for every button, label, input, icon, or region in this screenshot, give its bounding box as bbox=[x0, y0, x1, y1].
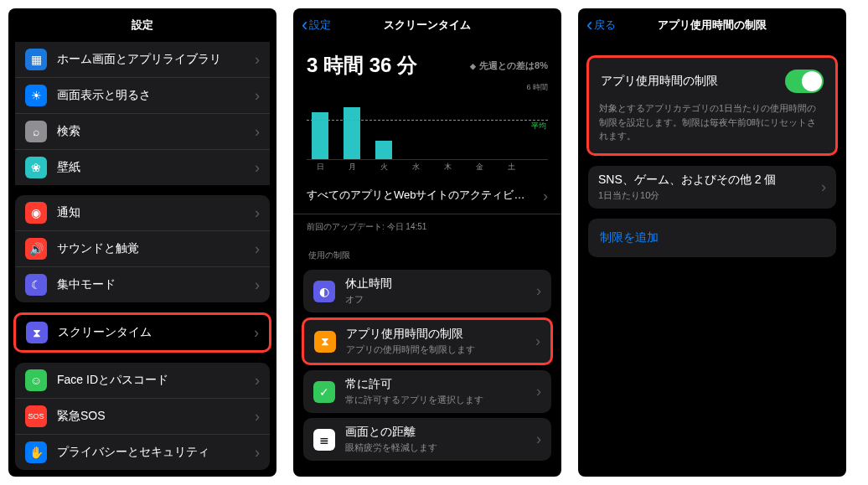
app-limits-toggle[interactable] bbox=[785, 70, 824, 93]
row-label: 検索 bbox=[57, 124, 255, 139]
row-label: ホーム画面とアプリライブラリ bbox=[57, 52, 255, 67]
chevron-right-icon bbox=[255, 276, 260, 294]
chevron-right-icon bbox=[255, 87, 260, 105]
chevron-right-icon bbox=[254, 324, 259, 342]
hand-icon: ✋ bbox=[25, 441, 47, 463]
settings-group: ☺Face IDとパスコードSOS緊急SOS✋プライバシーとセキュリティ bbox=[15, 363, 270, 470]
search-icon: ⌕ bbox=[25, 121, 47, 142]
last-update-label: 前回のアップデート: 今日 14:51 bbox=[293, 214, 561, 240]
chart-xlabel: 木 bbox=[439, 162, 456, 173]
row-sub: 眼精疲労を軽減します bbox=[345, 441, 536, 454]
settings-row[interactable]: ☾集中モード bbox=[15, 267, 270, 302]
switch-description: 対象とするアプリカテゴリの1日当たりの使用時間の制限を設定します。制限は毎夜午前… bbox=[589, 101, 835, 153]
limit-card: ✓常に許可常に許可するアプリを選択します bbox=[303, 370, 551, 413]
settings-row[interactable]: SOS緊急SOS bbox=[15, 399, 270, 435]
row-label: 通知 bbox=[57, 205, 255, 220]
app-limits-content[interactable]: アプリ使用時間の制限 対象とするアプリカテゴリの1日当たりの使用時間の制限を設定… bbox=[578, 42, 846, 477]
add-limit-button[interactable]: 制限を追加 bbox=[588, 219, 836, 257]
sos-icon: SOS bbox=[25, 405, 47, 427]
chart-area: 6 時間 平均 日月火水木金土 bbox=[293, 82, 561, 179]
grid-icon: ▦ bbox=[25, 49, 47, 70]
settings-content[interactable]: ▦ホーム画面とアプリライブラリ☀画面表示と明るさ⌕検索❀壁紙◉通知🔊サウンドと触… bbox=[8, 42, 276, 477]
chevron-right-icon bbox=[255, 372, 260, 390]
speaker-icon: 🔊 bbox=[25, 238, 47, 260]
add-limit-card: 制限を追加 bbox=[588, 219, 836, 257]
nav-bar: 設定 bbox=[8, 8, 276, 42]
row-sub: アプリの使用時間を制限します bbox=[346, 343, 535, 356]
row-label: スクリーンタイム bbox=[58, 325, 254, 340]
limit-item-label: SNS、ゲーム、およびその他 2 個 bbox=[598, 173, 821, 188]
settings-row[interactable]: ☀画面表示と明るさ bbox=[15, 78, 270, 114]
chart-xlabel: 土 bbox=[503, 162, 519, 173]
row-label: アプリ使用時間の制限 bbox=[346, 327, 535, 342]
settings-row[interactable]: 🔊サウンドと触覚 bbox=[15, 231, 270, 267]
limit-item-row[interactable]: SNS、ゲーム、およびその他 2 個 1日当たり10分 bbox=[588, 166, 836, 209]
row-label: 画面表示と明るさ bbox=[57, 88, 255, 103]
settings-row[interactable]: ☺Face IDとパスコード bbox=[15, 363, 270, 399]
app-limits-screen: 戻る アプリ使用時間の制限 アプリ使用時間の制限 対象とするアプリカテゴリの1日… bbox=[578, 8, 846, 477]
chart-bar bbox=[344, 107, 360, 160]
chevron-right-icon bbox=[536, 282, 541, 300]
section-header-limits: 使用の制限 bbox=[293, 240, 561, 265]
nav-bar: 戻る アプリ使用時間の制限 bbox=[578, 8, 846, 42]
chevron-right-icon bbox=[255, 123, 260, 141]
chevron-right-icon bbox=[543, 188, 548, 205]
screentime-screen: 設定 スクリーンタイム 3 時間 36 分 先週との差は8% 6 時間 平均 日… bbox=[293, 8, 561, 477]
chevron-right-icon bbox=[255, 204, 260, 222]
limit-row[interactable]: ⧗アプリ使用時間の制限アプリの使用時間を制限します bbox=[304, 320, 550, 363]
row-label: 画面との距離 bbox=[345, 425, 536, 440]
settings-row[interactable]: ⧗スクリーンタイム bbox=[16, 315, 269, 350]
chart-xlabel: 水 bbox=[407, 162, 424, 173]
faceid-icon: ☺ bbox=[25, 369, 47, 391]
back-label: 設定 bbox=[309, 18, 331, 33]
row-label: サウンドと触覚 bbox=[57, 241, 255, 256]
chart-max-label: 6 時間 bbox=[307, 82, 548, 93]
limit-row[interactable]: ≣画面との距離眼精疲労を軽減します bbox=[303, 418, 551, 461]
row-label: 集中モード bbox=[57, 277, 255, 292]
row-sub: オフ bbox=[345, 293, 536, 306]
limit-card: ⧗アプリ使用時間の制限アプリの使用時間を制限します bbox=[302, 317, 553, 365]
activity-label: すべてのアプリとWebサイトのアクティビ… bbox=[307, 188, 525, 205]
chevron-right-icon bbox=[821, 178, 826, 196]
hourglass-icon: ⧗ bbox=[26, 322, 48, 343]
app-limits-switch-row[interactable]: アプリ使用時間の制限 bbox=[589, 58, 835, 101]
settings-row[interactable]: ❀壁紙 bbox=[15, 150, 270, 185]
bell-icon: ◉ bbox=[25, 202, 47, 224]
settings-group: ▦ホーム画面とアプリライブラリ☀画面表示と明るさ⌕検索❀壁紙 bbox=[15, 42, 270, 185]
chevron-left-icon bbox=[302, 14, 307, 36]
settings-group: ⧗スクリーンタイム bbox=[13, 312, 271, 353]
check-icon: ✓ bbox=[313, 381, 335, 403]
back-button[interactable]: 設定 bbox=[302, 14, 331, 36]
settings-row[interactable]: ◉通知 bbox=[15, 195, 270, 231]
limit-row[interactable]: ✓常に許可常に許可するアプリを選択します bbox=[303, 370, 551, 413]
bed-icon: ◐ bbox=[313, 281, 335, 302]
row-label: 緊急SOS bbox=[57, 409, 255, 424]
row-label: Face IDとパスコード bbox=[57, 373, 255, 388]
settings-row[interactable]: ⌕検索 bbox=[15, 114, 270, 150]
limit-row[interactable]: ◐休止時間オフ bbox=[303, 270, 551, 312]
settings-row[interactable]: ✋プライバシーとセキュリティ bbox=[15, 435, 270, 470]
back-button[interactable]: 戻る bbox=[586, 14, 616, 36]
delta-text: 先週との差は8% bbox=[479, 59, 548, 72]
settings-group: ◉通知🔊サウンドと触覚☾集中モード bbox=[15, 195, 270, 302]
screentime-content[interactable]: 3 時間 36 分 先週との差は8% 6 時間 平均 日月火水木金土 すべてのア… bbox=[293, 42, 561, 477]
chart-xlabel: 火 bbox=[375, 162, 392, 173]
limit-card: ◐休止時間オフ bbox=[303, 270, 551, 312]
brightness-icon: ☀ bbox=[25, 85, 47, 106]
chart-xlabel: 金 bbox=[471, 162, 488, 173]
delta-indicator: 先週との差は8% bbox=[470, 59, 548, 72]
limit-card: ≣画面との距離眼精疲労を軽減します bbox=[303, 418, 551, 461]
switch-card: アプリ使用時間の制限 対象とするアプリカテゴリの1日当たりの使用時間の制限を設定… bbox=[586, 55, 838, 156]
settings-row[interactable]: ▦ホーム画面とアプリライブラリ bbox=[15, 42, 270, 78]
back-label: 戻る bbox=[594, 18, 616, 33]
chevron-right-icon bbox=[255, 159, 260, 177]
chart-xlabel: 日 bbox=[312, 162, 328, 173]
row-label: 壁紙 bbox=[57, 160, 255, 175]
switch-label: アプリ使用時間の制限 bbox=[601, 74, 718, 89]
section-header-comm: コミュニケーション bbox=[293, 466, 561, 477]
nav-title: 設定 bbox=[132, 18, 153, 33]
diamond-icon bbox=[470, 60, 476, 70]
hourglass-icon: ⧗ bbox=[314, 331, 336, 353]
all-activity-row[interactable]: すべてのアプリとWebサイトのアクティビ… bbox=[293, 179, 561, 214]
limit-item-sub: 1日当たり10分 bbox=[598, 189, 821, 202]
